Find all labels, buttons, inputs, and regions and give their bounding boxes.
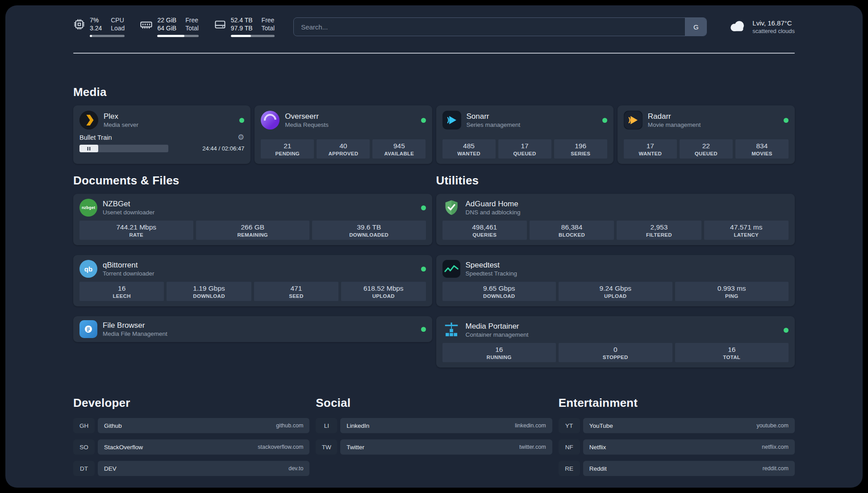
stat-value: 618.52 Mbps (342, 284, 425, 292)
bookmark-twitter[interactable]: TW Twitter twitter.com (316, 439, 552, 455)
utilities-section-title: Utilities (436, 174, 795, 188)
stat-label: LATENCY (705, 232, 788, 238)
status-dot (784, 328, 789, 333)
stat-value: 945 (373, 142, 425, 150)
bookmark-abbr: NF (559, 439, 580, 455)
bookmark-netflix[interactable]: NF Netflix netflix.com (559, 439, 795, 455)
service-card-adguard[interactable]: AdGuard Home DNS and adblocking 498,461 … (436, 194, 795, 245)
stat-remaining: 266 GB REMAINING (196, 221, 310, 240)
stat-value: 2,953 (618, 223, 700, 231)
stat-wanted: 485 WANTED (442, 139, 496, 159)
stat-running: 16 RUNNING (442, 343, 556, 362)
bookmark-youtube[interactable]: YT YouTube youtube.com (559, 418, 795, 433)
qbittorrent-icon: qb (79, 260, 97, 278)
cpu-percent: 7% (90, 17, 102, 25)
stat-value: 196 (555, 142, 606, 150)
plex-icon (79, 111, 98, 130)
bookmark-url: reddit.com (763, 465, 789, 472)
stat-label: RATE (80, 232, 192, 238)
stat-value: 17 (625, 142, 676, 150)
search-engine-button[interactable]: G (685, 18, 706, 36)
section-utilities: Utilities (436, 174, 795, 368)
bookmark-stackoverflow[interactable]: SO StackOverflow stackoverflow.com (73, 439, 309, 455)
bookmark-abbr: TW (316, 439, 337, 455)
stat-label: UPLOAD (342, 293, 425, 299)
stat-label: PING (676, 293, 788, 299)
bookmark-name: Netflix (589, 444, 606, 451)
gear-icon[interactable]: ⚙ (238, 134, 244, 141)
service-name: Media Portainer (466, 322, 529, 331)
documents-section-title: Documents & Files (73, 174, 432, 188)
cpu-label: CPU (111, 17, 125, 25)
entertainment-section-title: Entertainment (559, 396, 795, 410)
stat-label: SERIES (555, 151, 606, 156)
bookmark-url: stackoverflow.com (258, 444, 303, 450)
weather-condition: scattered clouds (752, 27, 795, 35)
stat-queued: 17 QUEUED (498, 139, 551, 159)
stat-value: 0 (559, 346, 672, 354)
service-card-qbittorrent[interactable]: qb qBittorrent Torrent downloader 16 (73, 255, 432, 306)
stat-downloaded: 39.6 TB DOWNLOADED (312, 221, 426, 240)
stat-download: 9.65 Gbps DOWNLOAD (442, 282, 556, 301)
service-subtitle: Speedtest Tracking (466, 270, 517, 277)
bookmark-url: netflix.com (762, 444, 789, 450)
bookmark-abbr: GH (73, 418, 95, 433)
weather-widget: Lviv, 16.87°C scattered clouds (727, 16, 795, 38)
stat-label: AVAILABLE (373, 151, 425, 156)
stat-available: 945 AVAILABLE (372, 139, 426, 159)
stat-value: 266 GB (197, 223, 309, 231)
disk-widget: 52.4 TB 97.9 TB Free Total (214, 17, 275, 37)
stat-label: PENDING (262, 151, 313, 156)
stat-label: REMAINING (197, 232, 309, 238)
stat-label: DOWNLOAD (167, 293, 250, 299)
filebrowser-icon (79, 320, 97, 338)
bookmark-url: twitter.com (519, 444, 546, 450)
service-card-radarr[interactable]: Radarr Movie management 17 WANTED 22 QUE… (618, 105, 795, 164)
bookmark-github[interactable]: GH Github github.com (73, 418, 309, 433)
stat-label: DOWNLOADED (313, 232, 425, 238)
pause-button[interactable] (79, 145, 98, 152)
service-card-nzbget[interactable]: nzbget NZBGet Usenet downloader 744.21 M… (73, 194, 432, 245)
stat-value: 17 (499, 142, 551, 150)
memory-free-label: Free (185, 17, 199, 25)
stat-label: RUNNING (443, 355, 555, 360)
stat-label: LEECH (80, 293, 163, 299)
stat-value: 0.993 ms (676, 284, 788, 292)
cloud-icon (727, 16, 747, 38)
service-card-plex[interactable]: Plex Media server Bullet Train ⚙ (73, 105, 250, 164)
search-input[interactable] (294, 18, 685, 36)
section-developer: Developer GH Github github.com SO StackO… (73, 396, 309, 482)
service-card-speedtest[interactable]: Speedtest Speedtest Tracking 9.65 Gbps D… (436, 255, 795, 306)
cpu-icon (73, 17, 85, 32)
bookmark-abbr: DT (73, 461, 95, 476)
search-bar: G (293, 17, 707, 36)
service-card-sonarr[interactable]: Sonarr Series management 485 WANTED 17 Q… (436, 105, 613, 164)
stat-latency: 47.571 ms LATENCY (704, 221, 789, 240)
stat-value: 744.21 Mbps (80, 223, 192, 231)
service-subtitle: Usenet downloader (103, 209, 154, 216)
stat-seed: 471 SEED (254, 282, 338, 301)
stat-series: 196 SERIES (554, 139, 607, 159)
stat-label: TOTAL (676, 355, 788, 360)
disk-free-label: Free (262, 17, 275, 25)
stat-value: 471 (255, 284, 338, 292)
service-subtitle: Torrent downloader (103, 270, 154, 277)
service-card-overseerr[interactable]: Overseerr Media Requests 21 PENDING 40 A… (255, 105, 432, 164)
stat-label: QUEUED (499, 151, 551, 156)
bookmark-url: github.com (276, 422, 303, 429)
bookmark-reddit[interactable]: RE Reddit reddit.com (559, 461, 795, 476)
dashboard-window: 7% 3.24 CPU Load (5, 5, 863, 488)
service-card-filebrowser[interactable]: File Browser Media File Management (73, 316, 432, 342)
nzbget-icon: nzbget (79, 199, 97, 217)
bookmark-url: linkedin.com (515, 422, 546, 429)
stat-value: 498,461 (443, 223, 526, 231)
memory-total-label: Total (185, 25, 199, 33)
stat-value: 16 (80, 284, 163, 292)
bookmark-linkedin[interactable]: LI LinkedIn linkedin.com (316, 418, 552, 433)
bookmark-abbr: LI (316, 418, 337, 433)
bookmark-dev[interactable]: DT DEV dev.to (73, 461, 309, 476)
service-card-portainer[interactable]: Media Portainer Container management 16 … (436, 316, 795, 368)
service-subtitle: DNS and adblocking (466, 209, 521, 216)
cpu-load-label: Load (111, 25, 125, 33)
sonarr-icon (442, 111, 461, 130)
